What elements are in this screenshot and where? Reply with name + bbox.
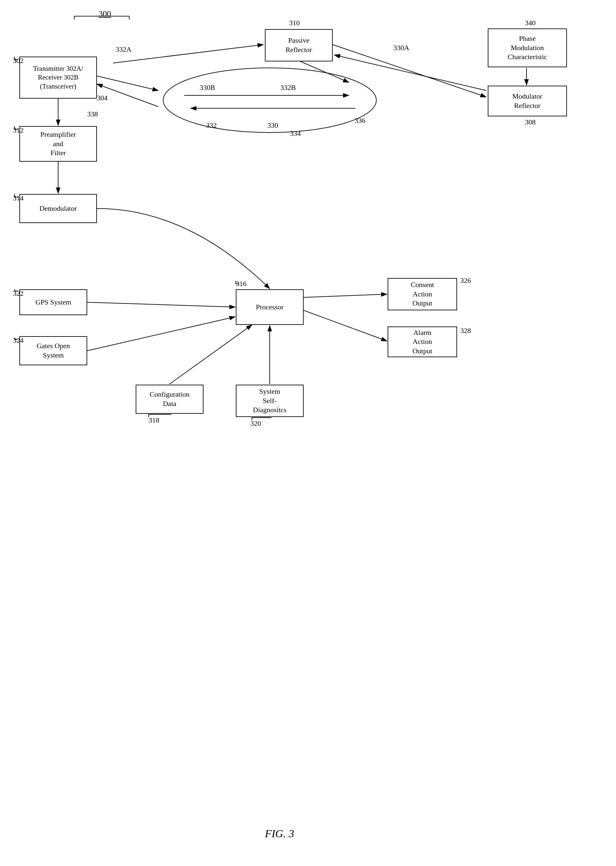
box-gates-open: Gates OpenSystem <box>19 336 87 365</box>
box-transceiver: Transmitter 302A/Receiver 302B(Transceiv… <box>19 57 97 99</box>
consent-action-label: ConsentActionOutput <box>410 280 434 308</box>
ref-302: 302 <box>13 57 24 65</box>
ref-330b: 330B <box>200 83 215 92</box>
ref-328: 328 <box>460 326 471 335</box>
box-phase-mod: PhaseModulationCharacteristic <box>488 28 567 67</box>
ref-334: 334 <box>290 129 301 138</box>
box-preamplifier: PreamplifierandFilter <box>19 126 97 162</box>
box-alarm-action: AlarmActionOutput <box>388 326 457 357</box>
box-processor: Processor <box>236 289 304 325</box>
ref-300: 300 <box>99 9 111 19</box>
svg-line-9 <box>333 45 486 97</box>
ref-332: 332 <box>206 121 217 130</box>
config-data-label: ConfigurationData <box>149 390 189 408</box>
svg-line-18 <box>304 310 387 341</box>
svg-line-19 <box>170 325 252 384</box>
ref-322: 322 <box>13 289 24 298</box>
box-passive-reflector: PassiveReflector <box>265 29 333 61</box>
svg-line-10 <box>334 55 486 91</box>
box-gps: GPS System <box>19 289 87 315</box>
ref-324: 324 <box>13 336 24 345</box>
passive-reflector-label: PassiveReflector <box>286 36 312 54</box>
svg-line-6 <box>97 76 158 91</box>
svg-line-16 <box>87 317 235 351</box>
box-consent-action: ConsentActionOutput <box>388 278 457 310</box>
alarm-action-label: AlarmActionOutput <box>412 328 432 356</box>
ref-316: 316 <box>236 280 247 288</box>
gates-open-label: Gates OpenSystem <box>36 342 70 360</box>
box-demodulator: Demodulator <box>19 194 97 223</box>
gps-label: GPS System <box>36 298 71 307</box>
ref-310: 310 <box>289 19 300 27</box>
diagram-container: 300 Transmitter 302A/Receiver 302B(Trans… <box>0 0 616 866</box>
demodulator-label: Demodulator <box>39 204 77 213</box>
fig-label: FIG. 3 <box>265 828 294 840</box>
svg-line-11 <box>300 61 349 82</box>
ref-318: 318 <box>149 416 159 424</box>
ref-340: 340 <box>525 19 536 27</box>
svg-line-8 <box>113 45 263 63</box>
system-diag-label: SystemSelf-Diagnositcs <box>253 387 286 415</box>
box-system-diag: SystemSelf-Diagnositcs <box>236 385 304 417</box>
ref-308: 308 <box>525 118 536 126</box>
modulator-reflector-label: ModulatorReflector <box>512 92 542 110</box>
phase-mod-label: PhaseModulationCharacteristic <box>508 34 547 62</box>
preamplifier-label: PreamplifierandFilter <box>40 130 76 158</box>
ref-332a: 332A <box>116 45 132 54</box>
processor-label: Processor <box>256 302 284 312</box>
ref-314: 314 <box>13 194 24 202</box>
ref-330: 330 <box>267 121 278 130</box>
ref-326: 326 <box>460 276 471 285</box>
transceiver-label: Transmitter 302A/Receiver 302B(Transceiv… <box>33 65 83 91</box>
box-modulator-reflector: ModulatorReflector <box>488 86 567 117</box>
ref-332b: 332B <box>280 83 296 92</box>
box-config-data: ConfigurationData <box>136 385 204 414</box>
svg-line-17 <box>304 294 387 298</box>
ref-336: 336 <box>355 117 365 125</box>
ref-330a: 330A <box>393 44 409 52</box>
ref-304: 304 <box>97 94 108 102</box>
ref-312: 312 <box>13 126 24 134</box>
ref-338: 338 <box>87 110 98 118</box>
svg-line-15 <box>87 302 235 307</box>
ref-320: 320 <box>250 419 261 428</box>
